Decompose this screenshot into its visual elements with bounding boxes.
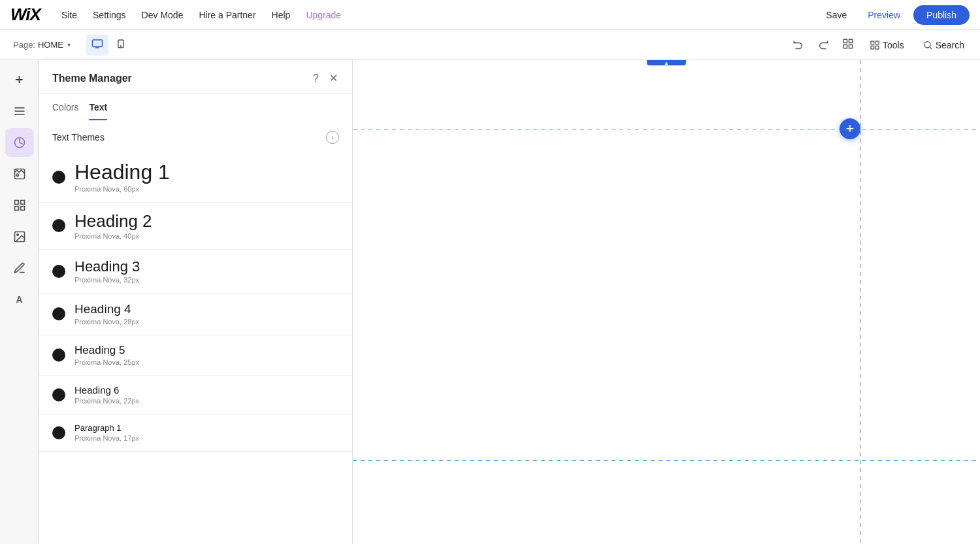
search-button[interactable]: Search <box>915 36 972 54</box>
second-toolbar: Page: HOME ▾ Tools Search <box>0 30 980 60</box>
page-label: Page: <box>13 40 35 50</box>
zoom-button[interactable] <box>837 34 859 56</box>
grid-vertical-line <box>860 60 860 544</box>
wix-app-button[interactable]: A <box>5 285 34 314</box>
heading-6-info: Heading 6 Proxima Nova, 22px <box>74 385 139 405</box>
toolbar-right: Tools Search <box>787 34 972 56</box>
left-sidebar: + A <box>0 60 39 544</box>
wix-logo: WiX <box>10 5 41 25</box>
section-bottom-line <box>353 460 980 461</box>
redo-button[interactable] <box>812 34 834 56</box>
svg-rect-9 <box>875 46 879 49</box>
heading-4-name: Heading 4 <box>74 303 139 316</box>
page-name: HOME <box>38 40 63 50</box>
apps-button[interactable] <box>5 191 34 220</box>
panel-header: Theme Manager ? ✕ <box>39 60 352 94</box>
help-icon-button[interactable]: ? <box>312 71 320 86</box>
tools-button[interactable]: Tools <box>862 36 912 54</box>
main-layout: + A Theme Manager ? ✕ Colo <box>0 60 980 544</box>
heading-2-item[interactable]: Heading 2 Proxima Nova, 40px <box>39 203 352 250</box>
pages-button[interactable] <box>5 97 34 126</box>
nav-devmode[interactable]: Dev Mode <box>142 7 184 23</box>
svg-rect-22 <box>20 207 24 211</box>
panel-subtabs: Colors Text <box>39 94 352 120</box>
add-section-button[interactable]: + <box>840 118 860 139</box>
panel-title: Theme Manager <box>52 73 132 84</box>
svg-rect-5 <box>843 44 847 48</box>
heading-5-info: Heading 5 Proxima Nova, 25px <box>74 345 139 366</box>
close-panel-button[interactable]: ✕ <box>328 71 339 86</box>
heading-3-name: Heading 3 <box>74 259 140 275</box>
heading-6-color <box>52 388 65 401</box>
heading-6-meta: Proxima Nova, 22px <box>74 397 139 405</box>
colors-tab[interactable]: Colors <box>52 102 78 120</box>
desktop-device-button[interactable] <box>86 35 108 56</box>
text-tab[interactable]: Text <box>89 102 107 120</box>
handle-arrow-icon: ▲ <box>664 61 669 66</box>
heading-1-color <box>52 171 65 184</box>
theme-panel: Theme Manager ? ✕ Colors Text Text Theme… <box>39 60 353 544</box>
paragraph-1-meta: Proxima Nova, 17px <box>74 434 139 442</box>
paragraph-1-name: Paragraph 1 <box>74 424 139 433</box>
heading-1-meta: Proxima Nova, 60px <box>74 185 170 193</box>
device-buttons <box>86 35 131 56</box>
canvas-area: ▲ + <box>353 60 980 544</box>
tools-label: Tools <box>883 40 904 50</box>
heading-4-item[interactable]: Heading 4 Proxima Nova, 28px <box>39 294 352 335</box>
preview-button[interactable]: Preview <box>860 6 908 24</box>
blog-button[interactable] <box>5 254 34 282</box>
heading-6-name: Heading 6 <box>74 385 139 396</box>
nav-hire[interactable]: Hire a Partner <box>199 7 255 23</box>
nav-help[interactable]: Help <box>272 7 291 23</box>
svg-point-18 <box>16 174 18 176</box>
heading-1-name: Heading 1 <box>74 161 170 184</box>
heading-3-info: Heading 3 Proxima Nova, 32px <box>74 259 140 284</box>
heading-2-color <box>52 219 65 232</box>
add-elements-button[interactable]: + <box>5 65 34 94</box>
info-icon[interactable]: i <box>326 131 339 144</box>
search-label: Search <box>936 40 964 50</box>
heading-5-item[interactable]: Heading 5 Proxima Nova, 25px <box>39 335 352 376</box>
svg-point-11 <box>924 41 930 47</box>
heading-2-info: Heading 2 Proxima Nova, 40px <box>74 212 152 240</box>
nav-upgrade[interactable]: Upgrade <box>306 10 341 20</box>
heading-3-item[interactable]: Heading 3 Proxima Nova, 32px <box>39 250 352 294</box>
heading-2-meta: Proxima Nova, 40px <box>74 232 152 240</box>
heading-6-item[interactable]: Heading 6 Proxima Nova, 22px <box>39 376 352 415</box>
svg-rect-21 <box>14 207 18 211</box>
svg-point-24 <box>16 234 18 236</box>
svg-point-2 <box>120 45 121 46</box>
nav-site[interactable]: Site <box>61 7 77 23</box>
heading-5-name: Heading 5 <box>74 345 139 357</box>
svg-rect-19 <box>14 201 18 205</box>
canvas-white: ▲ + <box>353 60 980 544</box>
top-section-handle[interactable]: ▲ <box>647 60 686 65</box>
svg-rect-4 <box>849 39 852 42</box>
nav-right-actions: Save Preview Publish <box>818 5 970 25</box>
publish-button[interactable]: Publish <box>913 5 970 25</box>
image-button[interactable] <box>5 222 34 251</box>
add-section-icon: + <box>846 122 855 136</box>
nav-settings[interactable]: Settings <box>93 7 126 23</box>
paragraph-1-info: Paragraph 1 Proxima Nova, 17px <box>74 424 139 442</box>
save-button[interactable]: Save <box>818 6 855 24</box>
mobile-device-button[interactable] <box>111 35 131 56</box>
chevron-down-icon: ▾ <box>67 41 71 48</box>
heading-1-item[interactable]: Heading 1 Proxima Nova, 60px <box>39 152 352 203</box>
heading-5-color <box>52 348 65 362</box>
paragraph-1-item[interactable]: Paragraph 1 Proxima Nova, 17px <box>39 415 352 452</box>
svg-rect-0 <box>92 40 102 47</box>
paragraph-1-color <box>52 426 65 439</box>
svg-rect-10 <box>871 46 874 49</box>
theme-button[interactable] <box>5 128 34 157</box>
media-button[interactable] <box>5 160 34 188</box>
heading-3-meta: Proxima Nova, 32px <box>74 276 140 284</box>
svg-rect-3 <box>843 39 847 42</box>
svg-rect-7 <box>871 41 874 44</box>
undo-button[interactable] <box>787 34 809 56</box>
top-nav: WiX Site Settings Dev Mode Hire a Partne… <box>0 0 980 30</box>
svg-line-12 <box>930 47 932 49</box>
heading-2-name: Heading 2 <box>74 212 152 231</box>
panel-content: Text Themes i Heading 1 Proxima Nova, 60… <box>39 120 352 544</box>
page-selector[interactable]: Page: HOME ▾ <box>8 37 76 52</box>
